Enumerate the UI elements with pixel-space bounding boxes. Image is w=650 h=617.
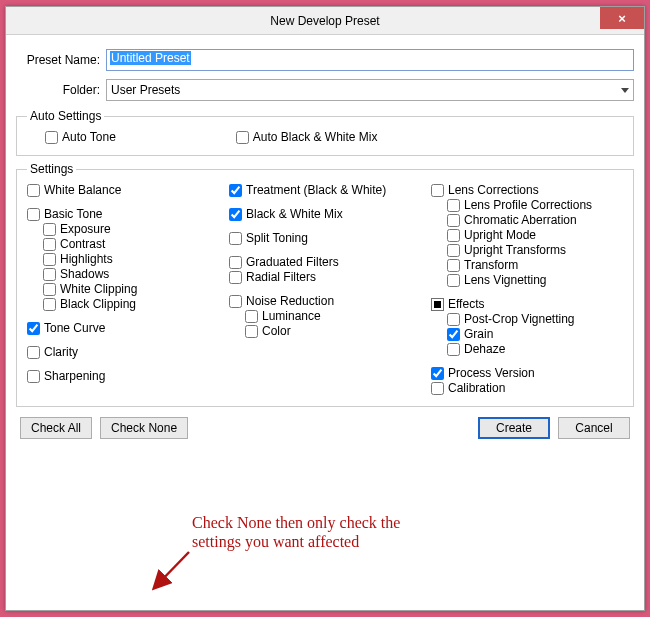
highlights-checkbox[interactable]: Highlights bbox=[43, 252, 219, 266]
window-title: New Develop Preset bbox=[6, 14, 644, 28]
radial-filters-checkbox[interactable]: Radial Filters bbox=[229, 270, 421, 284]
folder-label: Folder: bbox=[16, 83, 106, 97]
close-icon: × bbox=[618, 11, 626, 26]
clarity-checkbox[interactable]: Clarity bbox=[27, 345, 219, 359]
svg-line-0 bbox=[157, 552, 189, 585]
chevron-down-icon bbox=[621, 88, 629, 93]
dialog-window: New Develop Preset × Preset Name: Untitl… bbox=[5, 6, 645, 611]
noise-reduction-checkbox[interactable]: Noise Reduction bbox=[229, 294, 421, 308]
basic-tone-checkbox[interactable]: Basic Tone bbox=[27, 207, 219, 221]
exposure-checkbox[interactable]: Exposure bbox=[43, 222, 219, 236]
auto-tone-checkbox[interactable]: Auto Tone bbox=[45, 130, 116, 144]
shadows-checkbox[interactable]: Shadows bbox=[43, 267, 219, 281]
annotation-text: Check None then only check the settings … bbox=[192, 513, 400, 551]
black-clipping-checkbox[interactable]: Black Clipping bbox=[43, 297, 219, 311]
close-button[interactable]: × bbox=[600, 7, 644, 29]
lens-corrections-checkbox[interactable]: Lens Corrections bbox=[431, 183, 623, 197]
settings-legend: Settings bbox=[27, 162, 76, 176]
post-crop-vignetting-checkbox[interactable]: Post-Crop Vignetting bbox=[447, 312, 623, 326]
folder-select[interactable]: User Presets bbox=[106, 79, 634, 101]
lens-vignetting-checkbox[interactable]: Lens Vignetting bbox=[447, 273, 623, 287]
upright-transforms-checkbox[interactable]: Upright Transforms bbox=[447, 243, 623, 257]
dialog-body: Preset Name: Untitled Preset Folder: Use… bbox=[6, 35, 644, 449]
lens-profile-checkbox[interactable]: Lens Profile Corrections bbox=[447, 198, 623, 212]
calibration-checkbox[interactable]: Calibration bbox=[431, 381, 623, 395]
luminance-checkbox[interactable]: Luminance bbox=[245, 309, 421, 323]
folder-value: User Presets bbox=[111, 83, 180, 97]
create-button[interactable]: Create bbox=[478, 417, 550, 439]
settings-col-1: White Balance Basic Tone Exposure Contra… bbox=[27, 182, 219, 396]
chromatic-aberration-checkbox[interactable]: Chromatic Aberration bbox=[447, 213, 623, 227]
auto-bw-mix-checkbox[interactable]: Auto Black & White Mix bbox=[236, 130, 378, 144]
settings-col-2: Treatment (Black & White) Black & White … bbox=[229, 182, 421, 396]
button-row: Check All Check None Create Cancel bbox=[16, 417, 634, 439]
graduated-filters-checkbox[interactable]: Graduated Filters bbox=[229, 255, 421, 269]
tri-state-icon bbox=[431, 298, 444, 311]
split-toning-checkbox[interactable]: Split Toning bbox=[229, 231, 421, 245]
process-version-checkbox[interactable]: Process Version bbox=[431, 366, 623, 380]
white-clipping-checkbox[interactable]: White Clipping bbox=[43, 282, 219, 296]
settings-col-3: Lens Corrections Lens Profile Correction… bbox=[431, 182, 623, 396]
dehaze-checkbox[interactable]: Dehaze bbox=[447, 342, 623, 356]
auto-settings-legend: Auto Settings bbox=[27, 109, 104, 123]
effects-checkbox[interactable]: Effects bbox=[431, 297, 623, 311]
preset-name-value: Untitled Preset bbox=[110, 51, 191, 65]
annotation-arrow-icon bbox=[149, 547, 199, 597]
settings-group: Settings White Balance Basic Tone Exposu… bbox=[16, 162, 634, 407]
treatment-checkbox[interactable]: Treatment (Black & White) bbox=[229, 183, 421, 197]
bw-mix-checkbox[interactable]: Black & White Mix bbox=[229, 207, 421, 221]
check-none-button[interactable]: Check None bbox=[100, 417, 188, 439]
tone-curve-checkbox[interactable]: Tone Curve bbox=[27, 321, 219, 335]
white-balance-checkbox[interactable]: White Balance bbox=[27, 183, 219, 197]
auto-settings-group: Auto Settings Auto Tone Auto Black & Whi… bbox=[16, 109, 634, 156]
check-all-button[interactable]: Check All bbox=[20, 417, 92, 439]
titlebar: New Develop Preset × bbox=[6, 7, 644, 35]
color-checkbox[interactable]: Color bbox=[245, 324, 421, 338]
transform-checkbox[interactable]: Transform bbox=[447, 258, 623, 272]
grain-checkbox[interactable]: Grain bbox=[447, 327, 623, 341]
upright-mode-checkbox[interactable]: Upright Mode bbox=[447, 228, 623, 242]
sharpening-checkbox[interactable]: Sharpening bbox=[27, 369, 219, 383]
preset-name-label: Preset Name: bbox=[16, 53, 106, 67]
preset-name-input[interactable]: Untitled Preset bbox=[106, 49, 634, 71]
contrast-checkbox[interactable]: Contrast bbox=[43, 237, 219, 251]
cancel-button[interactable]: Cancel bbox=[558, 417, 630, 439]
